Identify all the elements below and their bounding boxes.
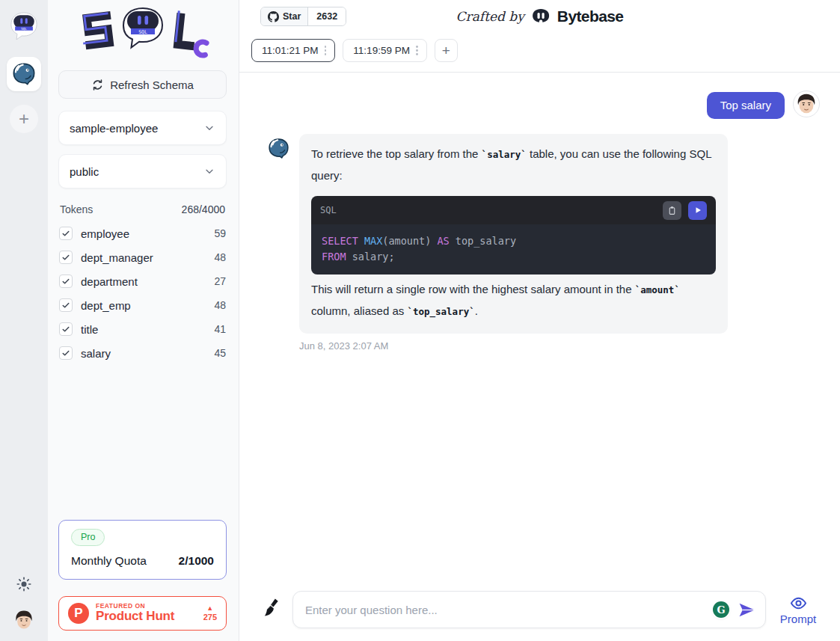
table-name: department bbox=[81, 275, 206, 288]
sqlchat-bot-avatar[interactable]: SQL bbox=[10, 12, 38, 42]
text-segment: column, aliased as bbox=[311, 304, 407, 317]
top-header: Star 2632 Crafted by Bytebase bbox=[239, 0, 840, 33]
connection-select[interactable]: sample-employee bbox=[58, 111, 227, 145]
grammarly-icon[interactable]: G bbox=[713, 601, 729, 618]
user-message-bubble: Top salary bbox=[707, 92, 785, 119]
refresh-schema-button[interactable]: Refresh Schema bbox=[58, 70, 227, 99]
table-checkbox[interactable] bbox=[59, 275, 73, 288]
check-icon bbox=[61, 253, 70, 262]
clipboard-icon bbox=[667, 206, 677, 215]
run-query-button[interactable] bbox=[688, 201, 707, 220]
postgresql-avatar-icon bbox=[268, 138, 289, 159]
table-row: dept_emp48 bbox=[58, 293, 227, 317]
new-conversation-button[interactable]: + bbox=[435, 39, 458, 62]
connection-select-value: sample-employee bbox=[70, 122, 158, 135]
product-hunt-logo: P bbox=[68, 603, 89, 624]
quota-value: 2/1000 bbox=[179, 554, 214, 568]
prompt-button[interactable]: Prompt bbox=[776, 595, 820, 625]
inline-code: `salary` bbox=[482, 149, 527, 160]
table-row: department27 bbox=[58, 269, 227, 293]
user-message-avatar bbox=[793, 91, 820, 117]
table-list: employee59dept_manager48department27dept… bbox=[58, 221, 227, 365]
check-icon bbox=[61, 325, 70, 334]
table-row: title41 bbox=[58, 317, 227, 341]
sql-token: (amount) bbox=[382, 235, 437, 247]
postgresql-icon bbox=[12, 62, 36, 86]
conversation-rail: SQL + bbox=[0, 0, 48, 641]
prompt-label: Prompt bbox=[780, 613, 816, 625]
code-block-header: SQL bbox=[311, 196, 716, 224]
send-button[interactable] bbox=[738, 601, 756, 619]
connection-postgresql[interactable] bbox=[7, 57, 41, 91]
refresh-icon bbox=[91, 79, 104, 91]
message-area: Top salary bbox=[239, 73, 840, 591]
text-segment: . bbox=[475, 304, 478, 317]
table-row: salary45 bbox=[58, 341, 227, 365]
table-name: employee bbox=[81, 227, 206, 240]
crafted-by[interactable]: Crafted by Bytebase bbox=[456, 7, 624, 26]
bytebase-wordmark: Bytebase bbox=[557, 7, 624, 25]
assistant-message-row: To retrieve the top salary from the `sal… bbox=[260, 134, 820, 334]
assistant-message-bubble: To retrieve the top salary from the `sal… bbox=[299, 134, 728, 334]
quota-card[interactable]: Pro Monthly Quota 2/1000 bbox=[58, 520, 227, 580]
add-connection-button[interactable]: + bbox=[10, 105, 38, 133]
tab-menu-icon[interactable] bbox=[413, 46, 421, 55]
broom-icon bbox=[262, 597, 282, 619]
user-avatar-icon bbox=[12, 608, 36, 632]
upvote-count: 275 bbox=[203, 613, 217, 622]
table-checkbox[interactable] bbox=[59, 251, 73, 264]
theme-toggle-button[interactable] bbox=[16, 577, 31, 595]
text-segment: This will return a single row with the h… bbox=[311, 283, 635, 295]
assistant-paragraph: This will return a single row with the h… bbox=[311, 279, 716, 322]
table-name: dept_emp bbox=[81, 299, 206, 312]
tab-label: 11:01:21 PM bbox=[262, 45, 319, 56]
table-token-count: 48 bbox=[214, 251, 226, 263]
svg-text:SQL: SQL bbox=[21, 27, 27, 31]
clear-conversation-button[interactable] bbox=[262, 597, 282, 622]
schema-select[interactable]: public bbox=[58, 154, 227, 188]
tab-menu-icon[interactable] bbox=[322, 46, 330, 55]
schema-sidebar: SQL Refresh Schema sample-employee publi… bbox=[48, 0, 239, 641]
sql-token: top_salary bbox=[450, 235, 516, 247]
question-input[interactable] bbox=[305, 604, 705, 616]
user-message-row: Top salary bbox=[260, 91, 820, 119]
star-count: 2632 bbox=[308, 7, 346, 25]
table-checkbox[interactable] bbox=[59, 298, 73, 312]
conversation-tab-2[interactable]: 11:19:59 PM bbox=[343, 39, 426, 62]
product-hunt-name: Product Hunt bbox=[96, 610, 197, 624]
composer: G Prompt bbox=[239, 591, 840, 641]
sidebar-spacer bbox=[58, 365, 227, 520]
account-avatar[interactable] bbox=[12, 608, 36, 632]
sql-token: MAX bbox=[364, 235, 382, 247]
question-input-box: G bbox=[292, 591, 766, 628]
sql-token: salary; bbox=[346, 251, 395, 263]
product-hunt-badge[interactable]: P FEATURED ON Product Hunt ▲ 275 bbox=[58, 596, 227, 631]
sqlchat-app: SQL + bbox=[0, 0, 840, 641]
inline-code: `top_salary` bbox=[407, 306, 474, 317]
crafted-by-label: Crafted by bbox=[456, 9, 524, 24]
copy-code-button[interactable] bbox=[663, 201, 681, 220]
github-star-button[interactable]: Star 2632 bbox=[260, 7, 346, 26]
table-checkbox[interactable] bbox=[59, 346, 73, 360]
tokens-row: Tokens 268/4000 bbox=[60, 203, 225, 215]
send-icon bbox=[738, 601, 756, 619]
table-checkbox[interactable] bbox=[59, 322, 73, 336]
table-row: dept_manager48 bbox=[58, 245, 227, 269]
sqlchat-logo: SQL bbox=[58, 3, 227, 67]
table-token-count: 59 bbox=[214, 227, 226, 239]
svg-text:SQL: SQL bbox=[138, 29, 147, 35]
table-checkbox[interactable] bbox=[59, 227, 73, 240]
text-segment: To retrieve the top salary from the bbox=[311, 147, 482, 160]
chevron-down-icon bbox=[203, 122, 215, 134]
plus-icon: + bbox=[19, 110, 29, 128]
sqlchat-logo-art: SQL bbox=[70, 5, 216, 65]
eye-icon bbox=[790, 595, 807, 612]
pro-plan-badge: Pro bbox=[71, 529, 105, 546]
conversation-tab-bar: 11:01:21 PM 11:19:59 PM + bbox=[239, 33, 840, 73]
sql-token: FROM bbox=[322, 251, 346, 263]
bytebase-logo-icon bbox=[531, 7, 551, 26]
github-icon bbox=[268, 11, 279, 22]
check-icon bbox=[61, 229, 70, 238]
sql-code-block: SQL SELECT MAX(amount) AS top_salary FRO… bbox=[311, 196, 716, 275]
conversation-tab-1[interactable]: 11:01:21 PM bbox=[251, 39, 335, 62]
